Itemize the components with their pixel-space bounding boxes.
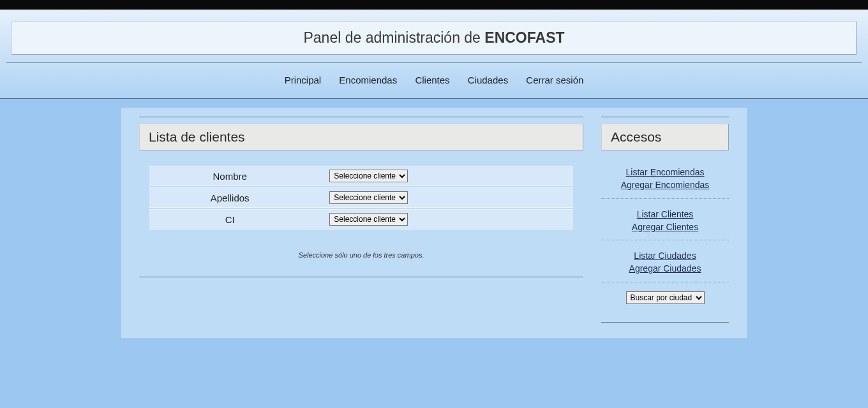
select-apellidos[interactable]: Seleccione cliente xyxy=(329,191,408,204)
group-clientes: Listar Clientes Agregar Clientes xyxy=(601,208,729,241)
nav-clientes[interactable]: Clientes xyxy=(415,75,449,85)
label-nombre: Nombre xyxy=(149,171,310,182)
search-city-wrap: Buscar por ciudad xyxy=(601,291,729,304)
select-buscar-ciudad[interactable]: Buscar por ciudad xyxy=(626,291,705,304)
sidebar: Accesos Listar Encomiendas Agregar Encom… xyxy=(601,117,729,323)
row-apellidos: Apellidos Seleccione cliente xyxy=(149,187,573,208)
form-hint: Seleccione sólo uno de los tres campos. xyxy=(139,251,583,259)
nav-ciudades[interactable]: Ciudades xyxy=(468,75,508,85)
row-ci: CI Seleccione cliente xyxy=(149,209,573,229)
label-apellidos: Apellidos xyxy=(149,193,310,203)
header: Panel de administración de ENCOFAST Prin… xyxy=(0,10,868,99)
link-listar-ciudades[interactable]: Listar Ciudades xyxy=(601,249,729,262)
main-nav: Principal Encomiendas Clientes Ciudades … xyxy=(6,62,862,85)
select-nombre[interactable]: Seleccione cliente xyxy=(329,170,408,182)
link-listar-encomiendas[interactable]: Listar Encomiendas xyxy=(601,166,729,178)
divider xyxy=(601,322,729,323)
brand-name: ENCOFAST xyxy=(484,29,564,46)
divider xyxy=(139,117,583,117)
link-listar-clientes[interactable]: Listar Clientes xyxy=(601,208,729,221)
label-ci: CI xyxy=(149,214,310,225)
main-heading: Lista de clientes xyxy=(139,124,583,150)
link-agregar-ciudades[interactable]: Agregar Ciudades xyxy=(601,262,729,275)
content: Lista de clientes Nombre Seleccione clie… xyxy=(121,108,747,338)
divider xyxy=(139,277,583,277)
field-nombre: Seleccione cliente xyxy=(310,170,573,182)
group-ciudades: Listar Ciudades Agregar Ciudades xyxy=(601,249,729,282)
page-background: Panel de administración de ENCOFAST Prin… xyxy=(0,10,868,408)
title-prefix: Panel de administración de xyxy=(303,29,484,46)
main-column: Lista de clientes Nombre Seleccione clie… xyxy=(139,117,583,323)
group-encomiendas: Listar Encomiendas Agregar Encomiendas xyxy=(601,166,729,199)
page-title: Panel de administración de ENCOFAST xyxy=(11,21,857,55)
nav-cerrar-sesion[interactable]: Cerrar sesión xyxy=(526,75,583,85)
row-nombre: Nombre Seleccione cliente xyxy=(149,166,573,186)
sidebar-heading: Accesos xyxy=(601,124,729,150)
field-ci: Seleccione cliente xyxy=(310,213,573,226)
sidebar-links: Listar Encomiendas Agregar Encomiendas L… xyxy=(601,166,729,304)
nav-encomiendas[interactable]: Encomiendas xyxy=(339,75,397,85)
nav-principal[interactable]: Principal xyxy=(285,75,322,85)
select-ci[interactable]: Seleccione cliente xyxy=(329,213,408,226)
link-agregar-encomiendas[interactable]: Agregar Encomiendas xyxy=(601,178,729,191)
field-apellidos: Seleccione cliente xyxy=(310,191,573,204)
link-agregar-clientes[interactable]: Agregar Clientes xyxy=(601,221,729,233)
divider xyxy=(601,117,729,117)
